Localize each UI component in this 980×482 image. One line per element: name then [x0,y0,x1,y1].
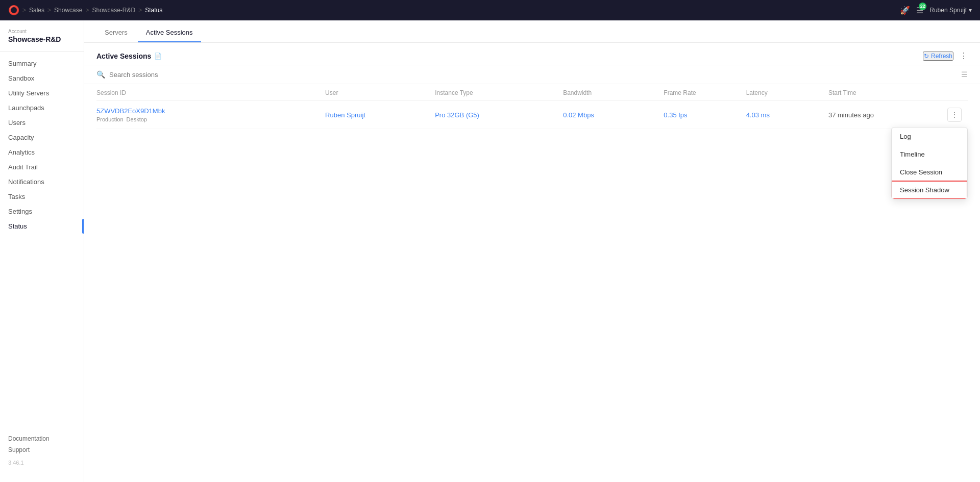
col-user: User [325,89,435,96]
session-latency: 4.03 ms [746,111,828,119]
topbar: ⭕ > Sales > Showcase > Showcase-R&D > St… [0,0,980,20]
search-input[interactable] [109,71,957,79]
panel-header: Active Sessions 📄 ↻ Refresh ⋮ [84,43,980,65]
refresh-label: Refresh [931,53,952,60]
active-sessions-panel: Active Sessions 📄 ↻ Refresh ⋮ 🔍 [84,43,980,129]
tabbar: Servers Active Sessions [84,20,980,43]
notifications-icon-wrapper: ☰ 22 [916,6,923,15]
dropdown-close-session[interactable]: Close Session [892,163,967,181]
session-id-link[interactable]: 5ZWVDB2EoX9D1Mbk [96,107,325,115]
breadcrumb-sep1: > [22,7,26,14]
table-row: 5ZWVDB2EoX9D1Mbk Production Desktop Rube… [96,101,968,129]
row-actions-cell: ⋮ Log Timeline Close Session Session Sha… [947,108,968,122]
sidebar-item-launchpads[interactable]: Launchpads [0,100,84,115]
filter-icon[interactable]: ☰ [961,70,968,79]
logo-icon: ⭕ [8,5,19,16]
account-label: Account [8,29,76,34]
sidebar-item-utility-servers[interactable]: Utility Servers [0,86,84,100]
sidebar: Account Showcase-R&D SummarySandboxUtili… [0,20,84,482]
panel-more-button[interactable]: ⋮ [960,51,968,61]
user-menu[interactable]: Ruben Spruijt ▾ [929,7,972,14]
sidebar-item-users[interactable]: Users [0,115,84,130]
row-more-button[interactable]: ⋮ [947,108,962,122]
sidebar-divider [0,52,84,52]
sidebar-item-sandbox[interactable]: Sandbox [0,71,84,86]
dropdown-session-shadow[interactable]: Session Shadow [891,181,968,199]
panel-title: Active Sessions 📄 [96,52,162,60]
session-user: Ruben Spruijt [325,111,435,119]
breadcrumb-rd[interactable]: Showcase-R&D [92,7,135,14]
refresh-button[interactable]: ↻ Refresh [923,52,953,61]
chevron-down-icon: ▾ [969,7,972,14]
row-dropdown-menu: Log Timeline Close Session Session Shado… [891,127,968,199]
search-bar: 🔍 ☰ [84,65,980,84]
breadcrumb-sales[interactable]: Sales [29,7,44,14]
rocket-icon[interactable]: 🚀 [900,6,910,15]
dropdown-timeline[interactable]: Timeline [892,145,967,163]
session-tags: Production Desktop [96,116,325,122]
breadcrumb-sep4: > [138,7,142,14]
search-icon: 🔍 [96,70,105,79]
breadcrumb-sep2: > [47,7,51,14]
session-tag-desktop: Desktop [127,116,147,122]
col-session-id: Session ID [96,89,325,96]
sidebar-item-capacity[interactable]: Capacity [0,130,84,145]
session-bandwidth: 0.02 Mbps [563,111,664,119]
sidebar-item-analytics[interactable]: Analytics [0,145,84,160]
dropdown-log[interactable]: Log [892,128,967,145]
tab-servers[interactable]: Servers [96,23,136,42]
panel-actions: ↻ Refresh ⋮ [923,51,968,61]
documentation-link[interactable]: Documentation [8,435,76,442]
session-tag-production: Production [96,116,124,122]
session-start-time: 37 minutes ago [828,111,947,119]
session-frame-rate: 0.35 fps [664,111,746,119]
content-area: Active Sessions 📄 ↻ Refresh ⋮ 🔍 [84,43,980,482]
sidebar-bottom: Documentation Support 3.46.1 [0,427,84,474]
main-layout: Account Showcase-R&D SummarySandboxUtili… [0,20,980,482]
topbar-right: 🚀 ☰ 22 Ruben Spruijt ▾ [900,6,972,15]
sidebar-item-audit-trail[interactable]: Audit Trail [0,160,84,174]
session-instance-type: Pro 32GB (G5) [435,111,563,119]
col-latency: Latency [746,89,828,96]
tab-active-sessions[interactable]: Active Sessions [138,23,201,42]
sidebar-account: Account Showcase-R&D [0,29,84,49]
sidebar-item-notifications[interactable]: Notifications [0,174,84,189]
col-bandwidth: Bandwidth [563,89,664,96]
refresh-icon: ↻ [924,53,929,60]
sidebar-item-tasks[interactable]: Tasks [0,189,84,204]
sidebar-item-settings[interactable]: Settings [0,204,84,219]
col-actions [947,89,968,96]
breadcrumb-sep3: > [85,7,89,14]
col-start-time: Start Time [828,89,947,96]
account-name: Showcase-R&D [8,35,76,43]
sidebar-item-summary[interactable]: Summary [0,56,84,71]
col-instance-type: Instance Type [435,89,563,96]
table-header: Session ID User Instance Type Bandwidth … [96,84,968,101]
main-content: Servers Active Sessions Active Sessions … [84,20,980,482]
support-link[interactable]: Support [8,446,76,453]
breadcrumb-showcase[interactable]: Showcase [54,7,82,14]
session-id-cell: 5ZWVDB2EoX9D1Mbk Production Desktop [96,107,325,122]
sidebar-item-status[interactable]: Status [0,219,84,234]
panel-title-text: Active Sessions [96,52,151,60]
username-label: Ruben Spruijt [929,7,967,14]
panel-title-icon: 📄 [154,53,162,60]
notification-badge: 22 [919,3,926,10]
topbar-left: ⭕ > Sales > Showcase > Showcase-R&D > St… [8,5,162,16]
version-label: 3.46.1 [8,460,76,466]
col-frame-rate: Frame Rate [664,89,746,96]
breadcrumb-status[interactable]: Status [145,7,162,14]
sessions-table: Session ID User Instance Type Bandwidth … [84,84,980,129]
sidebar-nav: SummarySandboxUtility ServersLaunchpadsU… [0,56,84,427]
